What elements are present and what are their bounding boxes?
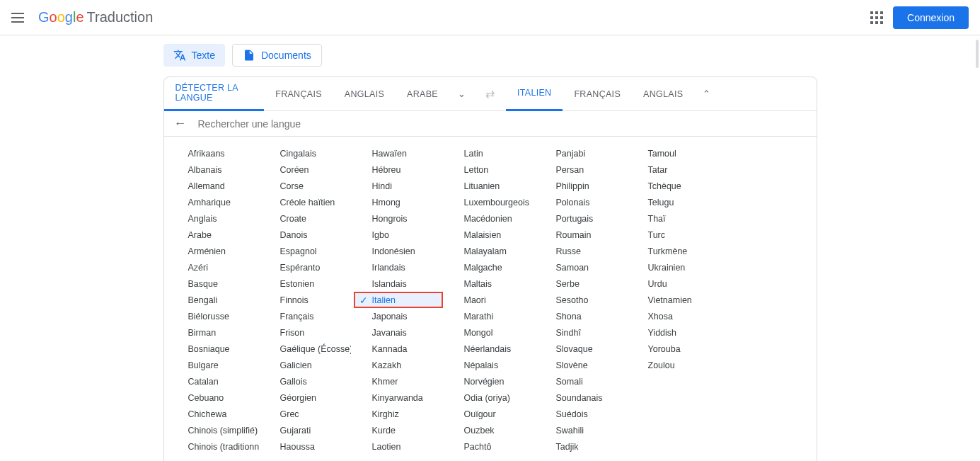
language-option[interactable]: Malgache (446, 259, 535, 275)
language-option[interactable]: Yorouba (630, 341, 719, 357)
language-option[interactable]: Anglais (170, 210, 259, 227)
language-option[interactable]: Japonais (354, 308, 443, 324)
signin-button[interactable]: Connexion (893, 6, 969, 29)
language-option[interactable]: Panjabi (538, 145, 627, 161)
language-option[interactable]: Tadjik (538, 438, 627, 455)
back-arrow-icon[interactable]: ← (171, 116, 192, 131)
language-option[interactable]: Chichewa (170, 406, 259, 422)
language-option[interactable]: Marathi (446, 308, 535, 324)
target-tab[interactable]: FRANÇAIS (563, 77, 632, 111)
language-option[interactable]: Roumain (538, 227, 627, 243)
language-option[interactable]: Suédois (538, 406, 627, 422)
target-tab[interactable]: ANGLAIS (632, 77, 694, 111)
language-option[interactable]: Macédonien (446, 210, 535, 227)
language-option[interactable]: Samoan (538, 259, 627, 275)
language-option[interactable]: Turc (630, 227, 719, 243)
language-option[interactable]: Géorgien (262, 389, 351, 406)
language-option[interactable]: Latin (446, 145, 535, 161)
language-option[interactable]: Turkmène (630, 243, 719, 259)
language-option[interactable]: Gujarati (262, 422, 351, 438)
language-option[interactable]: Finnois (262, 292, 351, 308)
language-option[interactable]: Espagnol (262, 243, 351, 259)
language-option[interactable]: Basque (170, 275, 259, 292)
language-option[interactable]: Vietnamien (630, 292, 719, 308)
language-option[interactable]: Irlandais (354, 259, 443, 275)
language-option[interactable]: Espéranto (262, 259, 351, 275)
language-option[interactable]: Telugu (630, 194, 719, 210)
language-option[interactable]: Luxembourgeois (446, 194, 535, 210)
language-option[interactable]: Norvégien (446, 373, 535, 389)
language-option[interactable]: Lituanien (446, 178, 535, 194)
language-option[interactable]: Kurde (354, 422, 443, 438)
language-option[interactable]: Portugais (538, 210, 627, 227)
language-option[interactable]: ✓Italien (354, 292, 443, 308)
language-option[interactable]: Ouïgour (446, 406, 535, 422)
language-option[interactable]: Polonais (538, 194, 627, 210)
language-option[interactable]: Tchèque (630, 178, 719, 194)
language-option[interactable]: Biélorusse (170, 308, 259, 324)
language-option[interactable]: Russe (538, 243, 627, 259)
language-option[interactable]: Corse (262, 178, 351, 194)
language-option[interactable]: Maori (446, 292, 535, 308)
language-option[interactable]: Javanais (354, 324, 443, 341)
source-tab-detect[interactable]: DÉTECTER LA LANGUE (164, 77, 265, 111)
language-option[interactable]: Kannada (354, 341, 443, 357)
mode-text[interactable]: Texte (163, 44, 225, 67)
language-option[interactable]: Persan (538, 161, 627, 178)
language-option[interactable]: Créole haïtien (262, 194, 351, 210)
language-option[interactable]: Laotien (354, 438, 443, 455)
language-option[interactable]: Maltais (446, 275, 535, 292)
apps-icon[interactable] (870, 11, 883, 24)
language-option[interactable]: Igbo (354, 227, 443, 243)
language-option[interactable]: Catalan (170, 373, 259, 389)
language-option[interactable]: Hébreu (354, 161, 443, 178)
language-option[interactable]: Bulgare (170, 357, 259, 373)
language-option[interactable]: Kazakh (354, 357, 443, 373)
language-option[interactable]: Somali (538, 373, 627, 389)
language-option[interactable]: Bengali (170, 292, 259, 308)
language-option[interactable]: Urdu (630, 275, 719, 292)
mode-documents[interactable]: Documents (232, 44, 322, 67)
language-option[interactable]: Gaélique (Écosse) (262, 341, 351, 357)
language-option[interactable]: Khmer (354, 373, 443, 389)
language-option[interactable]: Tamoul (630, 145, 719, 161)
language-option[interactable]: Slovaque (538, 341, 627, 357)
language-option[interactable]: Tatar (630, 161, 719, 178)
language-option[interactable]: Indonésien (354, 243, 443, 259)
language-option[interactable]: Azéri (170, 259, 259, 275)
language-option[interactable]: Mongol (446, 324, 535, 341)
language-option[interactable]: Bosniaque (170, 341, 259, 357)
language-option[interactable]: Soundanais (538, 389, 627, 406)
language-option[interactable]: Albanais (170, 161, 259, 178)
logo[interactable]: G o o g l e Traduction (38, 9, 153, 25)
language-option[interactable]: Néerlandais (446, 341, 535, 357)
language-option[interactable]: Slovène (538, 357, 627, 373)
language-option[interactable]: Pachtô (446, 438, 535, 455)
source-tab[interactable]: ARABE (396, 77, 449, 111)
language-option[interactable]: Hongrois (354, 210, 443, 227)
language-option[interactable]: Zoulou (630, 357, 719, 373)
language-option[interactable]: Shona (538, 308, 627, 324)
language-option[interactable]: Malayalam (446, 243, 535, 259)
language-option[interactable]: Arménien (170, 243, 259, 259)
language-option[interactable]: Chinois (traditionnel) (170, 438, 259, 455)
language-option[interactable]: Français (262, 308, 351, 324)
language-option[interactable]: Hawaïen (354, 145, 443, 161)
language-option[interactable]: Cingalais (262, 145, 351, 161)
language-option[interactable]: Gallois (262, 373, 351, 389)
target-tab[interactable]: ITALIEN (506, 77, 563, 111)
language-option[interactable]: Kirghiz (354, 406, 443, 422)
language-option[interactable]: Sindhî (538, 324, 627, 341)
language-option[interactable]: Coréen (262, 161, 351, 178)
chevron-down-icon[interactable]: ⌄ (449, 89, 474, 99)
language-option[interactable]: Islandais (354, 275, 443, 292)
language-option[interactable]: Serbe (538, 275, 627, 292)
language-option[interactable]: Kinyarwanda (354, 389, 443, 406)
source-tab[interactable]: FRANÇAIS (264, 77, 333, 111)
language-option[interactable]: Swahili (538, 422, 627, 438)
language-option[interactable]: Ukrainien (630, 259, 719, 275)
chevron-up-icon[interactable]: ⌃ (694, 89, 719, 99)
language-option[interactable]: Philippin (538, 178, 627, 194)
language-option[interactable]: Afrikaans (170, 145, 259, 161)
language-option[interactable]: Croate (262, 210, 351, 227)
